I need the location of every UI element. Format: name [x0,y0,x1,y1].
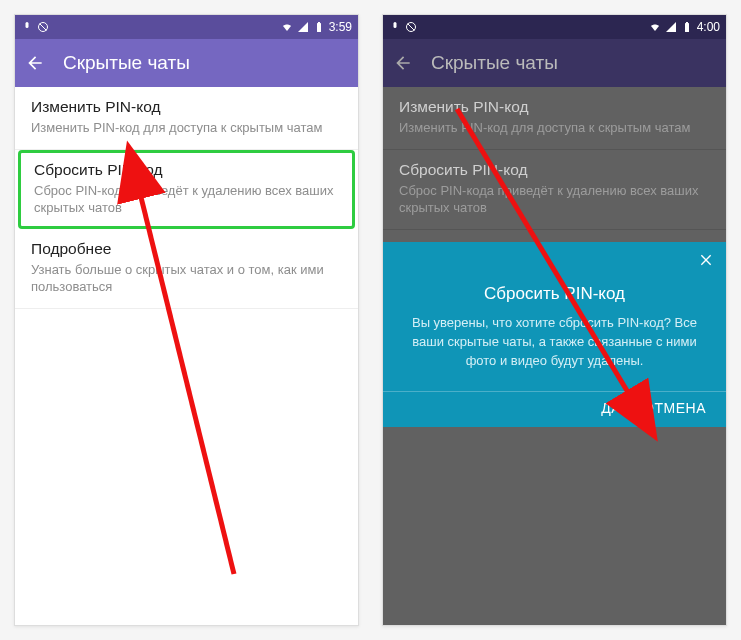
item-subtitle: Сброс PIN-кода приведёт к удалению всех … [399,182,710,217]
item-title: Сбросить PIN-код [34,161,339,179]
item-title: Изменить PIN-код [31,98,342,116]
item-reset-pin[interactable]: Сбросить PIN-код Сброс PIN-кода приведёт… [18,150,355,229]
dialog-body: Вы уверены, что хотите сбросить PIN-код?… [383,314,726,391]
clock-text: 4:00 [697,20,720,34]
status-bar: 4:00 [383,15,726,39]
svg-rect-6 [685,23,689,32]
close-icon [698,252,714,268]
page-title: Скрытые чаты [431,52,558,74]
wifi-icon [649,21,661,33]
dialog-title: Сбросить PIN-код [383,242,726,314]
reset-pin-dialog: Сбросить PIN-код Вы уверены, что хотите … [383,242,726,427]
battery-icon [313,21,325,33]
arrow-left-icon [25,53,45,73]
battery-icon [681,21,693,33]
signal-icon [665,21,677,33]
mic-icon [21,21,33,33]
phone-left: 3:59 Скрытые чаты Изменить PIN-код Измен… [14,14,359,626]
back-button[interactable] [393,53,413,73]
dialog-actions: ДА ОТМЕНА [383,391,726,420]
item-subtitle: Сброс PIN-кода приведёт к удалению всех … [34,182,339,217]
item-subtitle: Изменить PIN-код для доступа к скрытым ч… [399,119,710,137]
item-title: Изменить PIN-код [399,98,710,116]
item-reset-pin[interactable]: Сбросить PIN-код Сброс PIN-кода приведёт… [383,150,726,230]
mic-icon [389,21,401,33]
phone-right: 4:00 Скрытые чаты Изменить PIN-код Измен… [382,14,727,626]
svg-rect-3 [318,22,320,23]
item-change-pin[interactable]: Изменить PIN-код Изменить PIN-код для до… [15,87,358,150]
item-title: Сбросить PIN-код [399,161,710,179]
item-subtitle: Узнать больше о скрытых чатах и о том, к… [31,261,342,296]
wifi-icon [281,21,293,33]
app-bar: Скрытые чаты [383,39,726,87]
arrow-left-icon [393,53,413,73]
back-button[interactable] [25,53,45,73]
svg-line-5 [408,24,415,31]
item-title: Подробнее [31,240,342,258]
dialog-yes-button[interactable]: ДА [601,400,621,416]
clock-text: 3:59 [329,20,352,34]
do-not-disturb-icon [37,21,49,33]
svg-line-1 [40,24,47,31]
dialog-cancel-button[interactable]: ОТМЕНА [643,400,706,416]
dialog-close-button[interactable] [696,250,716,270]
svg-rect-7 [686,22,688,23]
item-learn-more[interactable]: Подробнее Узнать больше о скрытых чатах … [15,229,358,309]
do-not-disturb-icon [405,21,417,33]
settings-list: Изменить PIN-код Изменить PIN-код для до… [15,87,358,625]
svg-rect-2 [317,23,321,32]
item-change-pin[interactable]: Изменить PIN-код Изменить PIN-код для до… [383,87,726,150]
status-bar: 3:59 [15,15,358,39]
item-subtitle: Изменить PIN-код для доступа к скрытым ч… [31,119,342,137]
signal-icon [297,21,309,33]
page-title: Скрытые чаты [63,52,190,74]
app-bar: Скрытые чаты [15,39,358,87]
